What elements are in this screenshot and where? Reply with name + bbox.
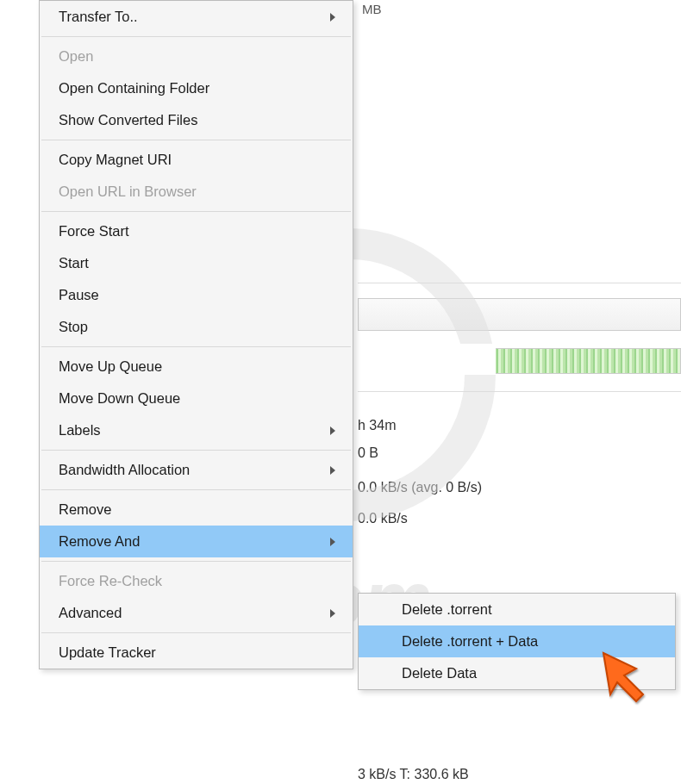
- menu-item-label: Labels: [59, 422, 330, 439]
- chevron-right-icon: [330, 426, 335, 435]
- menu-item-label: Delete .torrent: [378, 601, 658, 618]
- menu-item-label: Copy Magnet URI: [59, 152, 335, 168]
- menu-separator: [41, 211, 351, 212]
- menu-move-up-queue[interactable]: Move Up Queue: [40, 351, 353, 383]
- bytes-value: 0 B: [358, 445, 378, 461]
- menu-item-label: Show Converted Files: [59, 112, 335, 128]
- menu-item-label: Delete Data: [378, 665, 658, 681]
- progress-bar: [358, 298, 681, 331]
- total-value: 3 kB/s T: 330.6 kB: [358, 767, 469, 782]
- menu-item-label: Open Containing Folder: [59, 80, 335, 96]
- menu-separator: [41, 561, 351, 562]
- menu-separator: [41, 36, 351, 37]
- menu-item-label: Remove: [59, 501, 335, 518]
- menu-open: Open: [40, 40, 353, 72]
- submenu-delete-data[interactable]: Delete Data: [359, 657, 675, 689]
- menu-open-url-in-browser: Open URL in Browser: [40, 176, 353, 208]
- partial-size-text: MB: [362, 2, 382, 16]
- menu-bandwidth-allocation[interactable]: Bandwidth Allocation: [40, 454, 353, 486]
- menu-labels[interactable]: Labels: [40, 414, 353, 446]
- separator: [358, 283, 681, 283]
- menu-open-containing-folder[interactable]: Open Containing Folder: [40, 72, 353, 104]
- menu-item-label: Pause: [59, 287, 335, 303]
- menu-item-label: Remove And: [59, 533, 330, 550]
- menu-force-recheck: Force Re-Check: [40, 565, 353, 597]
- time-value: h 34m: [358, 418, 396, 433]
- menu-start[interactable]: Start: [40, 247, 353, 279]
- menu-transfer-to[interactable]: Transfer To..: [40, 1, 353, 33]
- pieces-bar: [358, 348, 681, 374]
- submenu-delete-torrent[interactable]: Delete .torrent: [359, 594, 675, 625]
- menu-item-label: Force Start: [59, 223, 335, 240]
- menu-separator: [41, 632, 351, 633]
- menu-item-label: Advanced: [59, 605, 330, 621]
- chevron-right-icon: [330, 609, 335, 618]
- separator: [358, 391, 681, 392]
- menu-remove-and[interactable]: Remove And: [40, 526, 353, 557]
- menu-separator: [41, 140, 351, 140]
- menu-copy-magnet-uri[interactable]: Copy Magnet URI: [40, 144, 353, 176]
- chevron-right-icon: [330, 538, 335, 546]
- menu-item-label: Start: [59, 255, 335, 271]
- menu-move-down-queue[interactable]: Move Down Queue: [40, 383, 353, 414]
- menu-item-label: Move Up Queue: [59, 358, 335, 375]
- menu-item-label: Bandwidth Allocation: [59, 462, 330, 478]
- menu-separator: [41, 450, 351, 451]
- context-menu: Transfer To.. Open Open Containing Folde…: [39, 0, 353, 669]
- chevron-right-icon: [330, 466, 335, 475]
- submenu-delete-torrent-plus-data[interactable]: Delete .torrent + Data: [359, 625, 675, 657]
- menu-item-label: Open: [59, 48, 335, 65]
- remove-and-submenu: Delete .torrent Delete .torrent + Data D…: [358, 593, 676, 690]
- menu-item-label: Stop: [59, 319, 335, 335]
- menu-item-label: Open URL in Browser: [59, 184, 335, 200]
- menu-separator: [41, 489, 351, 490]
- menu-update-tracker[interactable]: Update Tracker: [40, 637, 353, 669]
- chevron-right-icon: [330, 13, 335, 22]
- menu-remove[interactable]: Remove: [40, 494, 353, 526]
- menu-stop[interactable]: Stop: [40, 311, 353, 343]
- menu-pause[interactable]: Pause: [40, 279, 353, 311]
- speed-value: 0.0 kB/s (avg. 0 B/s): [358, 480, 482, 495]
- menu-item-label: Delete .torrent + Data: [378, 633, 658, 650]
- menu-item-label: Force Re-Check: [59, 573, 335, 589]
- menu-item-label: Transfer To..: [59, 9, 330, 25]
- menu-show-converted-files[interactable]: Show Converted Files: [40, 104, 353, 136]
- menu-item-label: Move Down Queue: [59, 390, 335, 407]
- menu-force-start[interactable]: Force Start: [40, 215, 353, 247]
- menu-item-label: Update Tracker: [59, 644, 335, 661]
- menu-separator: [41, 346, 351, 347]
- speed-value-2: 0.0 kB/s: [358, 511, 408, 526]
- menu-advanced[interactable]: Advanced: [40, 597, 353, 629]
